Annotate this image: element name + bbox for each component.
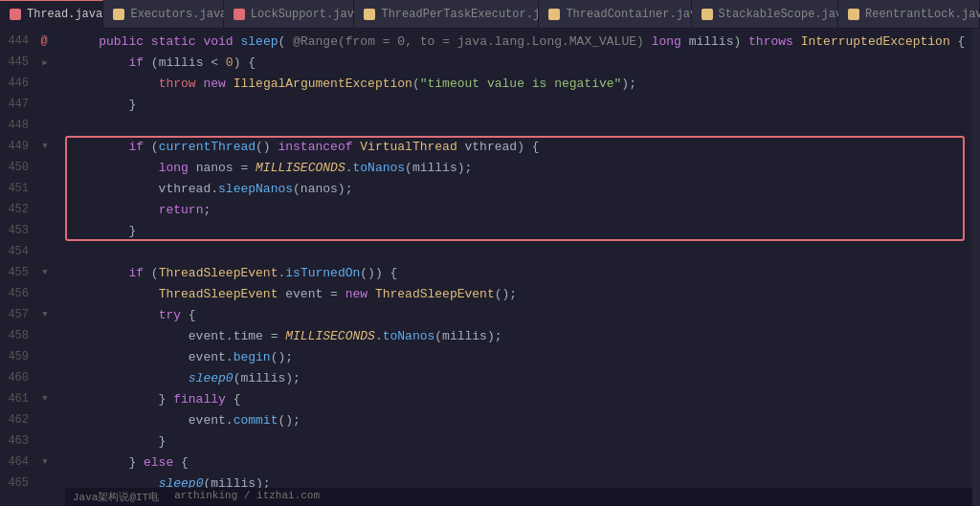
gutter-row-461: 461 ▼ [0, 388, 65, 409]
code-line-448 [69, 115, 972, 136]
code-line-460: sleep0(millis); [69, 367, 972, 388]
tab-threadcontainer-java[interactable]: ThreadContainer.java ✕ [539, 0, 691, 29]
fold-icon-445[interactable]: ▶ [38, 55, 52, 69]
gutter-row-451: 451 [0, 178, 65, 199]
code-line-449: if (currentThread() instanceof VirtualTh… [69, 136, 972, 157]
code-line-444: public static void sleep( @Range(from = … [69, 31, 972, 52]
code-line-462: event.commit(); [69, 409, 972, 430]
code-line-451: vthread.sleepNanos(nanos); [69, 178, 972, 199]
gutter-row-454: 454 [0, 241, 65, 262]
gutter-row-462: 462 [0, 409, 65, 430]
gutter-row-460: 460 [0, 367, 65, 388]
code-line-446: throw new IllegalArgumentException("time… [69, 73, 972, 94]
code-line-456: ThreadSleepEvent event = new ThreadSleep… [69, 283, 972, 304]
code-line-458: event.time = MILLISECONDS.toNanos(millis… [69, 325, 972, 346]
line-gutter: 444 @ 445 ▶ 446 447 448 449 ▼ 450 451 [0, 29, 65, 506]
watermark-bar: Java架构说@IT电 arthinking / itzhai.com [65, 488, 972, 506]
code-line-450: long nanos = MILLISECONDS.toNanos(millis… [69, 157, 972, 178]
gutter-row-448: 448 [0, 115, 65, 136]
tab-stackablescope-java[interactable]: StackableScope.java ✕ [692, 0, 839, 29]
tab-executors-java[interactable]: Executors.java ✕ [103, 0, 223, 29]
gutter-row-444: 444 @ [0, 31, 65, 52]
code-line-453: } [69, 220, 972, 241]
tab-locksupport-java[interactable]: LockSupport.java ✕ [224, 0, 355, 29]
tab-bar: Thread.java ✕ Executors.java ✕ LockSuppo… [0, 0, 980, 29]
fold-icon-457[interactable]: ▼ [38, 308, 52, 321]
highlighted-block-container: if (currentThread() instanceof VirtualTh… [69, 136, 972, 241]
gutter-row-464: 464 ▼ [0, 451, 65, 473]
gutter-row-453: 453 [0, 220, 65, 241]
code-line-454 [69, 241, 972, 262]
watermark-site1: Java架构说@IT电 [73, 490, 159, 504]
code-line-455: if (ThreadSleepEvent.isTurnedOn()) { [69, 262, 972, 283]
code-line-445: if (millis < 0) { [69, 52, 972, 73]
tab-thread-java[interactable]: Thread.java ✕ [0, 0, 103, 29]
tab-reentrantlock-java[interactable]: ReentrantLock.java ✕ [838, 0, 980, 29]
gutter-row-447: 447 [0, 94, 65, 115]
gutter-row-452: 452 [0, 199, 65, 220]
code-line-463: } [69, 430, 972, 451]
fold-icon-461[interactable]: ▼ [38, 392, 52, 406]
fold-icon-464[interactable]: ▼ [38, 455, 52, 469]
gutter-row-463: 463 [0, 430, 65, 451]
vertical-scrollbar[interactable] [972, 29, 980, 506]
code-line-459: event.begin(); [69, 346, 972, 367]
gutter-row-455: 455 ▼ [0, 262, 65, 283]
code-content: public static void sleep( @Range(from = … [65, 29, 972, 494]
code-line-452: return; [69, 199, 972, 220]
editor-area: 444 @ 445 ▶ 446 447 448 449 ▼ 450 451 [0, 29, 980, 506]
code-line-457: try { [69, 304, 972, 325]
gutter-row-449: 449 ▼ [0, 136, 65, 157]
gutter-row-445: 445 ▶ [0, 52, 65, 73]
code-line-461: } finally { [69, 388, 972, 409]
gutter-row-458: 458 [0, 325, 65, 346]
gutter-row-446: 446 [0, 73, 65, 94]
fold-icon-449[interactable]: ▼ [38, 140, 52, 153]
code-line-447: } [69, 94, 972, 115]
annotation-icon-444: @ [38, 34, 50, 48]
gutter-row-450: 450 [0, 157, 65, 178]
tab-threadpertaskexecutor-java[interactable]: ThreadPerTaskExecutor.java ✕ [354, 0, 539, 29]
gutter-row-465: 465 [0, 473, 65, 494]
gutter-row-457: 457 ▼ [0, 304, 65, 325]
gutter-row-456: 456 [0, 283, 65, 304]
watermark-site2: arthinking / itzhai.com [174, 490, 320, 504]
code-line-464: } else { [69, 451, 972, 473]
gutter-row-459: 459 [0, 346, 65, 367]
fold-icon-455[interactable]: ▼ [38, 266, 52, 279]
code-editor[interactable]: public static void sleep( @Range(from = … [65, 29, 972, 506]
